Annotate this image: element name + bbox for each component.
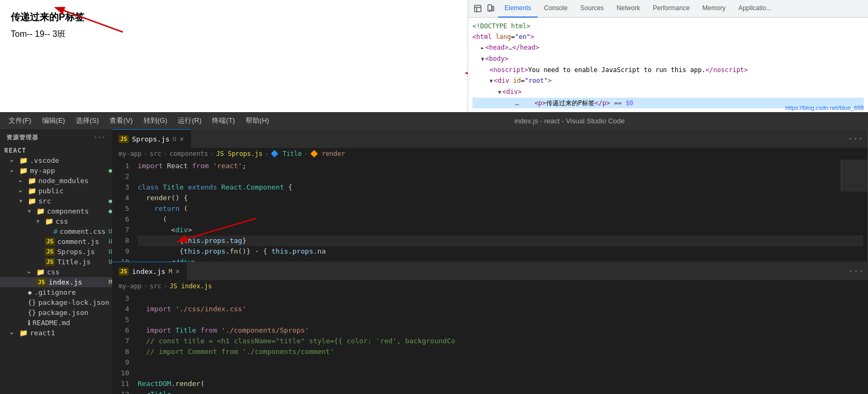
dom-line-doctype: <!DOCTYPE html> bbox=[472, 21, 864, 31]
code-line bbox=[138, 357, 864, 368]
code-line: {this.props.tag} bbox=[138, 235, 863, 246]
menu-edit[interactable]: 编辑(E) bbox=[42, 116, 65, 125]
tab-console[interactable]: Console bbox=[538, 0, 574, 18]
tab-network[interactable]: Network bbox=[610, 0, 646, 18]
code-line: </div> bbox=[138, 257, 863, 262]
webpage-area: 传递过来的P标签 Tom-- 19-- 3班 bbox=[0, 0, 468, 112]
code-line: class Title extends React.Component { bbox=[138, 182, 863, 193]
editor-pane-left: JS Sprops.js U × ··· my-app › src › comp… bbox=[112, 129, 868, 262]
tab-bar-right: JS index.js M × ··· bbox=[112, 262, 868, 280]
devtools-tab-bar: Elements Console Sources Network Perform… bbox=[468, 0, 868, 18]
tree-components[interactable]: ▼📁components● bbox=[0, 206, 112, 216]
menu-select[interactable]: 选择(S) bbox=[76, 116, 99, 125]
sidebar: 资源管理器 ··· REACT ►📁.vscode ►📁my-app● ►📁no… bbox=[0, 129, 112, 394]
editor-left-dots[interactable]: ··· bbox=[843, 133, 867, 144]
devtools-url: https://blog.csdn.net/blue_698 bbox=[785, 105, 864, 111]
menu-view[interactable]: 查看(V) bbox=[109, 116, 132, 125]
tree-readme[interactable]: ℹREADME.md bbox=[0, 318, 112, 328]
menu-goto[interactable]: 转到(G) bbox=[144, 116, 168, 125]
svg-line-1 bbox=[64, 11, 123, 32]
tab-elements[interactable]: Elements bbox=[498, 0, 538, 18]
inspect-icon[interactable] bbox=[472, 3, 483, 14]
dom-line-noscript: <noscript>You need to enable JavaScript … bbox=[472, 65, 864, 75]
code-line: import React from 'react'; bbox=[138, 161, 863, 171]
code-line: render() { bbox=[138, 193, 863, 203]
vscode-titlebar: 文件(F) 编辑(E) 选择(S) 查看(V) 转到(G) 运行(R) 终端(T… bbox=[0, 112, 868, 129]
tab-application[interactable]: Applicatio... bbox=[732, 0, 778, 18]
tab-sources[interactable]: Sources bbox=[574, 0, 610, 18]
tree-css[interactable]: ►📁css bbox=[0, 267, 112, 277]
code-line: // const title = <h1 className="title" s… bbox=[138, 336, 864, 346]
code-line: ( bbox=[138, 214, 863, 225]
tree-react1[interactable]: ►📁react1 bbox=[0, 328, 112, 338]
tab-index[interactable]: JS index.js M × bbox=[112, 262, 187, 280]
dom-line-div-root: ▼<div id="root"> bbox=[472, 75, 864, 86]
code-line bbox=[138, 171, 863, 182]
js-icon-index: JS bbox=[119, 267, 129, 275]
devtools-panel: Elements Console Sources Network Perform… bbox=[468, 0, 868, 112]
code-content-left: import React from 'react'; class Title e… bbox=[133, 160, 867, 262]
code-line bbox=[138, 314, 864, 325]
tree-title-js[interactable]: JSTitle.jsU bbox=[0, 257, 112, 267]
code-area-left: 12345 678910 1112131415 16 import React … bbox=[112, 160, 867, 262]
editor-area: JS Sprops.js U × ··· my-app › src › comp… bbox=[112, 129, 868, 394]
tree-public[interactable]: ►📁public bbox=[0, 186, 112, 196]
tree-package-lock[interactable]: {}package-lock.json bbox=[0, 297, 112, 308]
code-line: {this.props.fn()} · { this.props.na bbox=[138, 246, 863, 257]
tree-node-modules[interactable]: ►📁node_modules bbox=[0, 176, 112, 186]
breadcrumb-left: my-app › src › components › JS Sprops.js… bbox=[112, 148, 867, 160]
code-line: ReactDOM.render( bbox=[138, 379, 864, 389]
code-line: import './css/index.css' bbox=[138, 304, 864, 314]
editor-right-dots[interactable]: ··· bbox=[844, 266, 868, 276]
tab-performance[interactable]: Performance bbox=[646, 0, 696, 18]
vscode-window: 文件(F) 编辑(E) 选择(S) 查看(V) 转到(G) 运行(R) 终端(T… bbox=[0, 112, 868, 394]
line-numbers-left: 12345 678910 1112131415 16 bbox=[112, 160, 133, 262]
tree-package-json[interactable]: {}package.json bbox=[0, 308, 112, 318]
tree-gitignore[interactable]: ◆.gitignore bbox=[0, 287, 112, 297]
tab-memory[interactable]: Memory bbox=[696, 0, 732, 18]
tab-sprops-label: Sprops.js bbox=[132, 135, 169, 143]
tree-index-js[interactable]: JSindex.jsM bbox=[0, 277, 112, 287]
menu-file[interactable]: 文件(F) bbox=[9, 116, 31, 125]
code-line: <div> bbox=[138, 225, 863, 235]
tree-myapp[interactable]: ►📁my-app● bbox=[0, 166, 112, 176]
tree-comment-js[interactable]: JScomment.jsU bbox=[0, 237, 112, 247]
sidebar-menu-dots[interactable]: ··· bbox=[93, 134, 106, 141]
code-line bbox=[138, 293, 864, 304]
vscode-window-title: index.js - react - Visual Studio Code bbox=[280, 117, 859, 125]
tree-comment-css[interactable]: #comment.cssU bbox=[0, 226, 112, 237]
tab-sprops[interactable]: JS Sprops.js U × bbox=[112, 129, 191, 148]
svg-rect-8 bbox=[492, 6, 494, 11]
tree-src[interactable]: ▼📁src● bbox=[0, 196, 112, 206]
arrow-1 bbox=[53, 5, 128, 35]
menu-run[interactable]: 运行(R) bbox=[178, 116, 201, 125]
svg-rect-4 bbox=[475, 5, 481, 12]
tree-sprops-js[interactable]: JSSprops.jsU bbox=[0, 247, 112, 257]
sidebar-title: 资源管理器 bbox=[6, 133, 38, 141]
code-area-right: 34567 89101112 1314151617 181920 import … bbox=[112, 292, 868, 394]
code-line: // import Comment from './components/com… bbox=[138, 346, 864, 357]
js-icon-sprops: JS bbox=[119, 135, 129, 143]
menu-help[interactable]: 帮助(H) bbox=[246, 116, 269, 125]
code-content-right: import './css/index.css' import Title fr… bbox=[133, 292, 868, 394]
tree-css-folder[interactable]: ▼📁css bbox=[0, 216, 112, 226]
devtools-content: <!DOCTYPE html> <html lang="en"> ►<head>… bbox=[468, 18, 868, 112]
tree-vscode[interactable]: ►📁.vscode bbox=[0, 155, 112, 166]
breadcrumb-right: my-app › src › JS index.js bbox=[112, 280, 868, 292]
code-line: import Title from './components/Sprops' bbox=[138, 325, 864, 336]
editor-pane-right: JS index.js M × ··· my-app › src › JS in… bbox=[112, 262, 868, 394]
line-numbers-right: 34567 89101112 1314151617 181920 bbox=[112, 292, 133, 394]
dom-line-html: <html lang="en"> bbox=[472, 31, 864, 42]
tab-close-sprops[interactable]: × bbox=[179, 135, 184, 143]
code-line: <Title bbox=[138, 389, 864, 394]
dom-line-head: ►<head>…</head> bbox=[472, 42, 864, 53]
dom-line-body: ▼<body> bbox=[472, 53, 864, 65]
device-icon[interactable] bbox=[485, 3, 496, 14]
tree-react-label: REACT bbox=[0, 146, 112, 155]
tab-index-label: index.js bbox=[132, 267, 165, 275]
tab-close-index[interactable]: × bbox=[176, 267, 180, 275]
vscode-body: 资源管理器 ··· REACT ►📁.vscode ►📁my-app● ►📁no… bbox=[0, 129, 868, 394]
minimap-left bbox=[841, 160, 867, 192]
menu-terminal[interactable]: 终端(T) bbox=[212, 116, 235, 125]
code-line: return ( bbox=[138, 203, 863, 214]
